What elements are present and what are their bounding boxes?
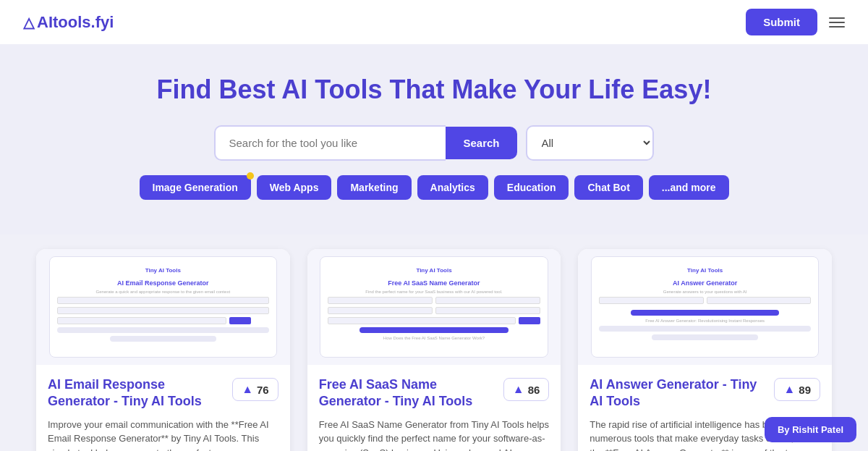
thumb-tool-sub: Generate a quick and appropriate respons… bbox=[96, 290, 230, 294]
thumb-input-c bbox=[328, 307, 433, 314]
attribution-text: By Rishit Patel bbox=[778, 424, 843, 435]
bottom-attribution-badge: By Rishit Patel bbox=[765, 417, 856, 442]
logo-icon: △ bbox=[23, 14, 34, 31]
new-dot-indicator bbox=[247, 172, 254, 180]
thumb-tool-sub: Find the perfect name for your SaaS busi… bbox=[365, 290, 502, 294]
thumb-tool-title: Free AI SaaS Name Generator bbox=[388, 279, 480, 287]
thumb-input-a bbox=[328, 297, 433, 304]
card-body: AI Email Response Generator - Tiny AI To… bbox=[36, 365, 290, 451]
thumb-bar-2 bbox=[110, 336, 216, 342]
category-pill-education[interactable]: Education bbox=[494, 175, 569, 200]
thumb-row-1 bbox=[328, 297, 540, 304]
category-pills: Image Generation Web Apps Marketing Anal… bbox=[14, 175, 854, 220]
thumb-row-2 bbox=[328, 307, 540, 314]
thumb-bar-btn bbox=[631, 310, 780, 316]
vote-badge[interactable]: ▲ 86 bbox=[503, 378, 550, 401]
thumb-submit-btn bbox=[229, 317, 251, 324]
thumb-input bbox=[57, 297, 270, 304]
tool-card[interactable]: Tiny AI Tools AI Email Response Generato… bbox=[36, 249, 290, 451]
thumb-lang bbox=[599, 297, 704, 304]
thumb-bar-1 bbox=[57, 327, 270, 333]
search-input[interactable] bbox=[214, 125, 446, 161]
vote-badge[interactable]: ▲ 89 bbox=[774, 378, 820, 401]
logo[interactable]: △ AItools.fyi bbox=[23, 13, 114, 32]
card-thumbnail: Tiny AI Tools Free AI SaaS Name Generato… bbox=[307, 249, 561, 365]
header-actions: Submit bbox=[746, 9, 845, 35]
thumb-tool-title: AI Answer Generator bbox=[673, 279, 737, 287]
card-description: Improve your email communication with th… bbox=[48, 418, 278, 451]
thumb-input-d bbox=[435, 307, 540, 314]
tool-card[interactable]: Tiny AI Tools Free AI SaaS Name Generato… bbox=[307, 249, 561, 451]
thumb-tool-title: AI Email Response Generator bbox=[117, 279, 209, 287]
card-body: Free AI SaaS Name Generator - Tiny AI To… bbox=[307, 365, 561, 451]
thumb-bar-blue bbox=[359, 327, 509, 333]
thumb-site-label: Tiny AI Tools bbox=[145, 267, 181, 274]
card-thumb-inner: Tiny AI Tools AI Email Response Generato… bbox=[49, 256, 278, 358]
thumb-input-b bbox=[435, 297, 540, 304]
thumb-btn bbox=[519, 317, 540, 324]
search-bar: Search All Image Generation Web Apps Mar… bbox=[14, 125, 854, 161]
thumb-desc-label: Free AI Answer Generator: Revolutionisin… bbox=[645, 319, 765, 323]
thumb-row-3 bbox=[328, 317, 540, 324]
cards-section: Tiny AI Tools AI Email Response Generato… bbox=[0, 235, 868, 451]
thumb-bar-text-1 bbox=[599, 326, 812, 332]
thumb-tool-sub: Generate answers to your questions with … bbox=[663, 290, 747, 294]
vote-badge[interactable]: ▲ 76 bbox=[232, 378, 278, 401]
card-description: Free AI SaaS Name Generator from Tiny AI… bbox=[319, 418, 550, 451]
hero-title: Find Best AI Tools That Make Your Life E… bbox=[14, 75, 854, 105]
thumb-input-2 bbox=[57, 307, 270, 314]
thumb-input-3 bbox=[57, 317, 227, 324]
category-filter-select[interactable]: All Image Generation Web Apps Marketing … bbox=[526, 125, 654, 161]
thumb-row-lang bbox=[599, 297, 812, 304]
upvote-icon: ▲ bbox=[513, 383, 524, 396]
category-pill-image-generation[interactable]: Image Generation bbox=[140, 175, 251, 200]
thumb-form-row-3 bbox=[57, 317, 270, 324]
card-title-row: Free AI SaaS Name Generator - Tiny AI To… bbox=[319, 376, 550, 410]
card-thumb-inner: Tiny AI Tools Free AI SaaS Name Generato… bbox=[320, 256, 548, 358]
thumb-site-label: Tiny AI Tools bbox=[416, 267, 451, 274]
category-pill-chat-bot[interactable]: Chat Bot bbox=[574, 175, 642, 200]
upvote-icon: ▲ bbox=[783, 383, 795, 396]
hero-section: Find Best AI Tools That Make Your Life E… bbox=[0, 44, 868, 235]
vote-count: 86 bbox=[528, 384, 540, 396]
category-pill-web-apps[interactable]: Web Apps bbox=[257, 175, 332, 200]
card-title: Free AI SaaS Name Generator - Tiny AI To… bbox=[319, 376, 496, 410]
category-pill-analytics[interactable]: Analytics bbox=[417, 175, 488, 200]
thumb-form-row-2 bbox=[57, 307, 270, 314]
card-thumb-inner: Tiny AI Tools AI Answer Generator Genera… bbox=[591, 256, 820, 358]
cards-grid: Tiny AI Tools AI Email Response Generato… bbox=[36, 249, 832, 451]
card-title: AI Email Response Generator - Tiny AI To… bbox=[48, 376, 225, 410]
search-button[interactable]: Search bbox=[446, 127, 516, 159]
thumb-site-label: Tiny AI Tools bbox=[687, 267, 723, 274]
thumb-input-e bbox=[328, 317, 516, 324]
card-title-row: AI Answer Generator - Tiny AI Tools ▲ 89 bbox=[590, 376, 820, 410]
hamburger-menu-icon[interactable] bbox=[829, 17, 845, 28]
card-thumbnail: Tiny AI Tools AI Email Response Generato… bbox=[36, 249, 290, 365]
header: △ AItools.fyi Submit bbox=[0, 0, 868, 44]
thumb-bar-text-2 bbox=[652, 334, 758, 340]
thumb-tone bbox=[707, 297, 812, 304]
card-title-row: AI Email Response Generator - Tiny AI To… bbox=[48, 376, 278, 410]
upvote-icon: ▲ bbox=[242, 383, 253, 396]
category-pill-marketing[interactable]: Marketing bbox=[337, 175, 411, 200]
submit-button[interactable]: Submit bbox=[746, 9, 817, 35]
thumb-form-row bbox=[57, 297, 270, 304]
card-title: AI Answer Generator - Tiny AI Tools bbox=[590, 376, 767, 410]
thumb-how-label: How Does the Free AI SaaS Name Generator… bbox=[383, 336, 485, 340]
card-thumbnail: Tiny AI Tools AI Answer Generator Genera… bbox=[578, 249, 832, 365]
search-input-wrap bbox=[214, 125, 446, 161]
vote-count: 89 bbox=[799, 384, 811, 396]
vote-count: 76 bbox=[257, 384, 269, 396]
logo-text: AItools.fyi bbox=[37, 13, 114, 32]
category-pill-more[interactable]: ...and more bbox=[649, 175, 729, 200]
